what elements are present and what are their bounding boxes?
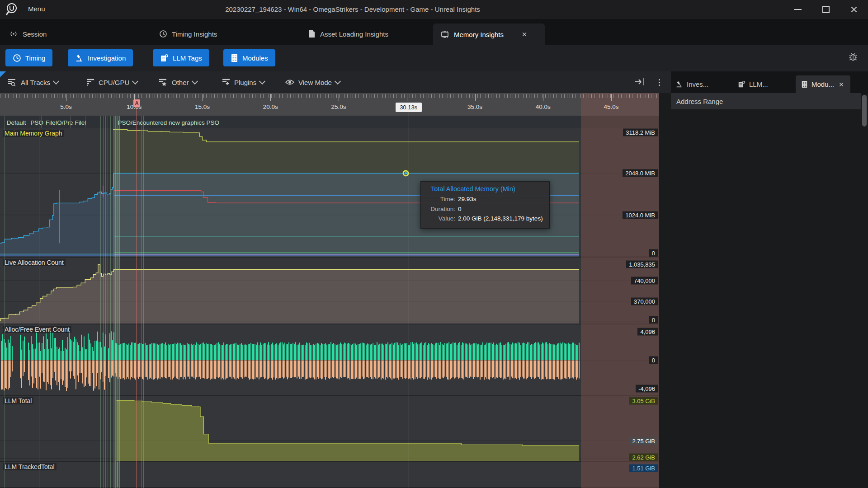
- track-llm-total[interactable]: LLM Total3.05 GiB2.75 GiB2.62 GiB: [0, 396, 671, 462]
- session-icon: [9, 30, 18, 38]
- details-panel-tab-bar: Inves... LLM... Modu...: [671, 71, 868, 94]
- ruler-tick-label: 40.0s: [525, 103, 561, 110]
- bookmark-marker[interactable]: A: [133, 99, 140, 107]
- timing-regions-strip[interactable]: DefaultPSOFileIO/PreFileIPSO/Encountered…: [0, 116, 671, 128]
- track-title: LLM TrackedTotal: [3, 463, 57, 470]
- graph-tracks-area[interactable]: Main Memory Graph3118.2 MiB2048.0 MiB102…: [0, 128, 671, 488]
- track-alloc-free-event-count[interactable]: Alloc/Free Event Count4,0960-4,096: [0, 324, 671, 396]
- axis-value-label: 2.62 GiB: [629, 454, 658, 461]
- ruler-tick-label: 35.0s: [457, 103, 493, 110]
- timeline-toolbar: All Tracks CPU/GPU Other Plug: [0, 71, 671, 94]
- track-live-allocation-count[interactable]: Live Allocation Count1,035,835740,000370…: [0, 258, 671, 324]
- tab-label: Memory Insights: [454, 31, 504, 38]
- track-llm-trackedtotal[interactable]: LLM TrackedTotal1.51 GiB: [0, 462, 671, 488]
- clock-icon: [159, 30, 167, 38]
- button-label: Timing: [25, 54, 45, 62]
- region-separator: [113, 116, 113, 129]
- axis-value-label: 740,000: [631, 277, 658, 285]
- tab-label: Timing Insights: [172, 30, 217, 38]
- tab-session[interactable]: Session: [9, 26, 47, 42]
- tab-asset-loading-insights[interactable]: Asset Loading Insights: [308, 26, 388, 42]
- track-graph: [0, 258, 671, 324]
- ruler-tick: [270, 94, 271, 101]
- tab-llm-panel[interactable]: LLM...: [738, 75, 768, 93]
- track-title: Main Memory Graph: [3, 130, 64, 137]
- modules-button[interactable]: Modules: [223, 49, 275, 66]
- tooltip-row-label: Time:: [425, 194, 455, 204]
- series-tooltip: Total Allocated Memory (Min) Time:29.93s…: [420, 181, 550, 229]
- view-mode-dropdown[interactable]: View Mode: [285, 71, 340, 93]
- tab-label: Modu...: [811, 80, 834, 88]
- ruler-tick-label: 25.0s: [321, 103, 357, 110]
- ruler-tick: [475, 94, 476, 101]
- current-time-label: 30.13s: [396, 103, 422, 112]
- tab-label: LLM...: [749, 80, 768, 88]
- ruler-tick-label: 15.0s: [184, 103, 221, 110]
- eye-icon: [285, 79, 295, 86]
- kebab-menu-icon[interactable]: [659, 79, 660, 80]
- tab-label: Session: [23, 30, 47, 38]
- track-graph: [0, 396, 671, 461]
- cpu-gpu-dropdown[interactable]: CPU/GPU: [86, 71, 137, 93]
- timing-button[interactable]: Timing: [5, 49, 52, 66]
- time-ruler[interactable]: 5.0s10.0s15.0s20.0s25.0s35.0s40.0s45.0s3…: [0, 93, 671, 116]
- modules-icon: [231, 54, 238, 62]
- axis-value-label: 370,000: [631, 297, 658, 305]
- tab-memory-insights[interactable]: Memory Insights: [433, 23, 545, 45]
- tab-modules-panel[interactable]: Modu...: [796, 75, 850, 93]
- tab-label: Inves...: [687, 80, 708, 88]
- bug-icon[interactable]: [848, 52, 858, 62]
- tooltip-row-value: 2.00 GiB (2,148,331,179 bytes): [458, 214, 543, 224]
- dropdown-label: Plugins: [234, 79, 256, 86]
- microscope-icon: [675, 80, 683, 88]
- timing-region-label: PSO/Encountered new graphics PSO: [115, 116, 219, 129]
- all-tracks-icon: [7, 78, 17, 86]
- axis-value-label: -4,096: [636, 385, 658, 393]
- address-range-header[interactable]: Address Range: [671, 93, 861, 109]
- close-tab-icon[interactable]: [839, 82, 844, 87]
- file-icon: [308, 30, 316, 38]
- panel-scrollbar-thumb[interactable]: [862, 95, 867, 127]
- other-tracks-icon: [158, 78, 168, 86]
- track-graph: [0, 128, 671, 257]
- track-main-memory-graph[interactable]: Main Memory Graph3118.2 MiB2048.0 MiB102…: [0, 128, 671, 258]
- close-icon: [850, 6, 858, 13]
- timing-region-label: Default: [4, 116, 26, 129]
- timeline-right-gutter: [659, 93, 671, 488]
- close-tab-icon[interactable]: [522, 32, 527, 37]
- ruler-tick-label: 20.0s: [252, 103, 288, 110]
- axis-value-label: 1024.0 MiB: [623, 211, 658, 219]
- region-separator: [26, 116, 26, 129]
- plugins-dropdown[interactable]: Plugins: [222, 71, 264, 93]
- maximize-button[interactable]: [812, 0, 840, 19]
- dropdown-label: CPU/GPU: [99, 79, 129, 86]
- button-label: Investigation: [88, 54, 126, 62]
- main-tab-bar: Session Timing Insights Asset Loading In…: [0, 19, 868, 45]
- other-tracks-dropdown[interactable]: Other: [158, 71, 197, 93]
- ruler-tick-label: 5.0s: [48, 103, 84, 110]
- dropdown-label: All Tracks: [21, 79, 50, 86]
- minimize-button[interactable]: [784, 0, 812, 19]
- chevron-down-icon: [259, 78, 265, 84]
- track-title: Live Allocation Count: [3, 259, 66, 266]
- all-tracks-dropdown[interactable]: All Tracks: [7, 71, 58, 93]
- corner-triangle-icon: [0, 71, 6, 77]
- axis-value-label: 4,096: [637, 328, 658, 335]
- tags-icon: [160, 54, 169, 62]
- modules-icon: [801, 80, 808, 88]
- tab-timing-insights[interactable]: Timing Insights: [159, 26, 217, 42]
- cpu-gpu-icon: [86, 78, 95, 86]
- tags-icon: [738, 80, 745, 88]
- tab-investigation-panel[interactable]: Inves...: [675, 75, 708, 93]
- axis-value-label: 1.51 GiB: [629, 464, 658, 472]
- auto-scroll-icon[interactable]: [634, 77, 646, 86]
- investigation-button[interactable]: Investigation: [68, 49, 133, 66]
- tooltip-row-value: 0: [458, 204, 462, 214]
- chevron-down-icon: [132, 78, 138, 84]
- ruler-tick: [66, 94, 66, 101]
- llm-tags-button[interactable]: LLM Tags: [153, 49, 209, 66]
- axis-value-label: 2048.0 MiB: [623, 169, 658, 177]
- close-button[interactable]: [840, 0, 868, 19]
- window-title: 20230227_194623 - Win64 - OmegaStrikers …: [0, 5, 705, 13]
- tooltip-row-label: Duration:: [425, 204, 455, 214]
